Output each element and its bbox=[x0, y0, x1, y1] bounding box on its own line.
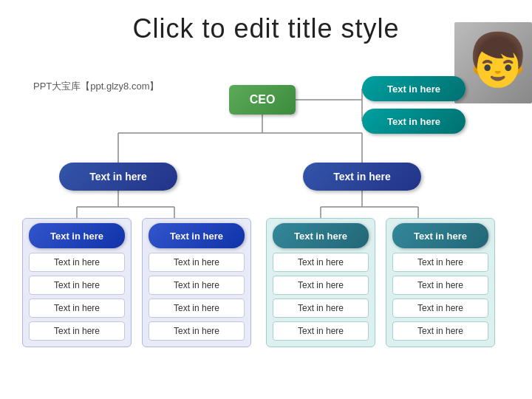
col3-item-1[interactable]: Text in here bbox=[273, 253, 369, 272]
col3-item-4[interactable]: Text in here bbox=[273, 321, 369, 341]
teal-badge-1[interactable]: Text in here bbox=[362, 76, 466, 101]
col3-header[interactable]: Text in here bbox=[273, 223, 369, 248]
column-1: Text in here Text in here Text in here T… bbox=[22, 218, 132, 347]
col1-item-3[interactable]: Text in here bbox=[29, 299, 125, 318]
col1-item-2[interactable]: Text in here bbox=[29, 276, 125, 295]
column-4: Text in here Text in here Text in here T… bbox=[386, 218, 495, 347]
col1-item-1[interactable]: Text in here bbox=[29, 253, 125, 272]
col2-item-1[interactable]: Text in here bbox=[149, 253, 245, 272]
col1-item-4[interactable]: Text in here bbox=[29, 321, 125, 341]
teal-badge-2[interactable]: Text in here bbox=[362, 109, 466, 134]
left-column-group: Text in here Text in here Text in here T… bbox=[22, 218, 251, 347]
col2-header[interactable]: Text in here bbox=[149, 223, 245, 248]
col3-item-3[interactable]: Text in here bbox=[273, 299, 369, 318]
level2-right-node[interactable]: Text in here bbox=[303, 163, 421, 191]
right-column-group: Text in here Text in here Text in here T… bbox=[266, 218, 495, 347]
col4-item-3[interactable]: Text in here bbox=[392, 299, 488, 318]
org-chart: CEO Text in here Text in here Text in he… bbox=[0, 63, 532, 395]
column-2: Text in here Text in here Text in here T… bbox=[142, 218, 251, 347]
col1-header[interactable]: Text in here bbox=[29, 223, 125, 248]
ceo-node[interactable]: CEO bbox=[229, 85, 296, 115]
col2-item-2[interactable]: Text in here bbox=[149, 276, 245, 295]
page-title[interactable]: Click to edit title style bbox=[0, 0, 532, 44]
col2-item-4[interactable]: Text in here bbox=[149, 321, 245, 341]
col3-item-2[interactable]: Text in here bbox=[273, 276, 369, 295]
col2-item-3[interactable]: Text in here bbox=[149, 299, 245, 318]
col4-header[interactable]: Text in here bbox=[392, 223, 488, 248]
level2-left-node[interactable]: Text in here bbox=[59, 163, 177, 191]
col4-item-4[interactable]: Text in here bbox=[392, 321, 488, 341]
column-3: Text in here Text in here Text in here T… bbox=[266, 218, 375, 347]
col4-item-1[interactable]: Text in here bbox=[392, 253, 488, 272]
col4-item-2[interactable]: Text in here bbox=[392, 276, 488, 295]
